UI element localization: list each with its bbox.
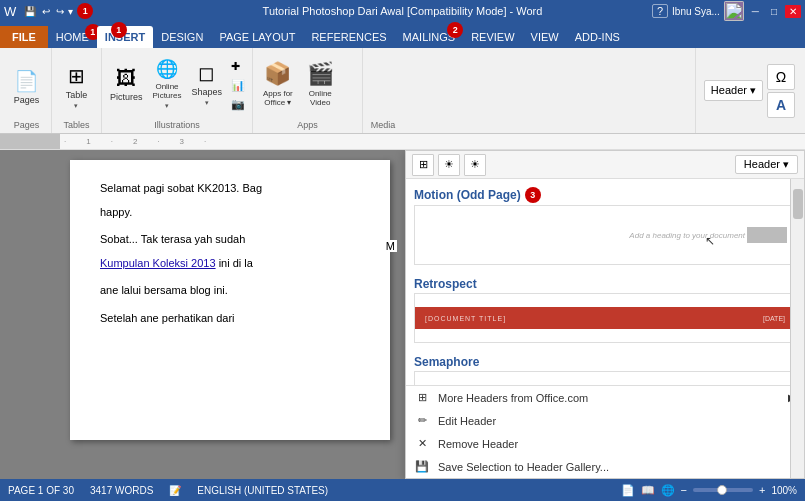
quick-access-toolbar: W 💾 ↩ ↪ ▾ 1: [4, 3, 93, 19]
more-headers-icon: ⊞: [414, 391, 430, 404]
zoom-out-btn[interactable]: −: [681, 484, 687, 496]
doc-para-3: Sobat... Tak terasa yah sudah: [100, 231, 360, 249]
panel-tool-1[interactable]: ⊞: [412, 154, 434, 176]
panel-tool-2[interactable]: ☀: [438, 154, 460, 176]
tab-design[interactable]: DESIGN: [153, 26, 211, 48]
header-label: Header ▾: [711, 84, 756, 97]
user-name: Ibnu Sya...: [672, 6, 720, 17]
remove-header-item[interactable]: ✕ Remove Header: [406, 432, 804, 455]
shapes-button[interactable]: ◻ Shapes ▾: [187, 54, 226, 114]
zoom-slider[interactable]: [693, 488, 753, 492]
pictures-button[interactable]: 🖼 Pictures: [106, 54, 147, 114]
ribbon-group-tables: ⊞ Table ▾ Tables: [52, 48, 102, 133]
illustrations-group-label: Illustrations: [106, 120, 248, 133]
redo-btn[interactable]: ↪: [54, 5, 66, 18]
smartart-button[interactable]: ✚: [228, 58, 248, 75]
badge-mailings: 2: [447, 22, 463, 38]
table-button[interactable]: ⊞ Table ▾: [60, 57, 94, 117]
status-track-icon: 📝: [169, 485, 181, 496]
tab-add-ins[interactable]: ADD-INS: [567, 26, 628, 48]
dropdown-panel: ⊞ ☀ ☀ Header ▾ Motion (Odd Page) 3 Add a…: [405, 150, 805, 479]
panel-scrollbar[interactable]: [790, 179, 804, 478]
status-words: 3417 WORDS: [90, 485, 153, 496]
save-selection-label: Save Selection to Header Gallery...: [438, 461, 609, 473]
doc-para-2: happy.: [100, 204, 360, 222]
doc-para-1: Selamat pagi sobat KK2013. Bag: [100, 180, 360, 198]
word-icon: W: [4, 4, 16, 19]
chart-button[interactable]: 📊: [228, 77, 248, 94]
help-btn[interactable]: ?: [652, 4, 668, 18]
more-headers-item[interactable]: ⊞ More Headers from Office.com ▶: [406, 386, 804, 409]
apps-group-label: Apps: [257, 120, 358, 133]
semaphore-section-label: Semaphore: [414, 351, 796, 371]
online-video-button[interactable]: 🎬 OnlineVideo: [301, 54, 340, 114]
status-bar: PAGE 1 OF 30 3417 WORDS 📝 ENGLISH (UNITE…: [0, 479, 805, 501]
pages-button[interactable]: 📄 Pages: [8, 57, 46, 117]
save-btn[interactable]: 💾: [22, 5, 38, 18]
ribbon: 📄 Pages Pages ⊞ Table ▾ Tables 🖼 Picture…: [0, 48, 805, 134]
tab-insert[interactable]: INSERT 1: [97, 26, 153, 48]
save-selection-icon: 💾: [414, 460, 430, 473]
panel-tool-3[interactable]: ☀: [464, 154, 486, 176]
remove-header-label: Remove Header: [438, 438, 518, 450]
tab-page-layout[interactable]: PAGE LAYOUT: [211, 26, 303, 48]
apps-for-office-button[interactable]: 📦 Apps forOffice ▾: [257, 54, 299, 114]
ribbon-group-illustrations: 🖼 Pictures 🌐 OnlinePictures ▾ ◻ Shapes ▾…: [102, 48, 253, 133]
doc-para-6: Setelah ane perhatikan dari: [100, 310, 360, 328]
retrospect-preview[interactable]: [DOCUMENT TITLE] [DATE]: [414, 293, 796, 343]
tab-mailings[interactable]: MAILINGS 2: [395, 26, 464, 48]
status-language: ENGLISH (UNITED STATES): [197, 485, 328, 496]
omega-btn[interactable]: Ω: [767, 64, 795, 90]
badge-1: 1: [77, 3, 93, 19]
doc-para-5: ane lalui bersama blog ini.: [100, 282, 360, 300]
title-bar: W 💾 ↩ ↪ ▾ 1 Tutorial Photoshop Dari Awal…: [0, 0, 805, 22]
semaphore-preview[interactable]: [Author Name] [DOCUMENT TITLE]: [414, 371, 796, 385]
maximize-btn[interactable]: □: [767, 5, 781, 18]
customize-btn[interactable]: ▾: [68, 6, 73, 17]
view-web-btn[interactable]: 🌐: [661, 484, 675, 497]
panel-menu: ⊞ More Headers from Office.com ▶ ✏ Edit …: [406, 385, 804, 478]
badge-3: 3: [525, 187, 541, 203]
tables-group-label: Tables: [56, 120, 97, 133]
screenshot-button[interactable]: 📷: [228, 96, 248, 113]
retrospect-section-label: Retrospect: [414, 273, 796, 293]
pages-group-label: Pages: [6, 120, 47, 133]
doc-para-4: Kumpulan Koleksi 2013 ini di la: [100, 255, 360, 273]
tab-home[interactable]: HOME 1: [48, 26, 97, 48]
ribbon-group-apps: 📦 Apps forOffice ▾ 🎬 OnlineVideo Apps: [253, 48, 363, 133]
status-page: PAGE 1 OF 30: [8, 485, 74, 496]
title-bar-title: Tutorial Photoshop Dari Awal [Compatibil…: [263, 5, 543, 17]
save-selection-item[interactable]: 💾 Save Selection to Header Gallery...: [406, 455, 804, 478]
tab-view[interactable]: VIEW: [523, 26, 567, 48]
motion-preview[interactable]: Add a heading to your document ↖: [414, 205, 796, 265]
header-dropdown-btn[interactable]: Header ▾: [704, 80, 763, 101]
remove-header-icon: ✕: [414, 437, 430, 450]
edit-header-icon: ✏: [414, 414, 430, 427]
tab-file[interactable]: FILE: [0, 26, 48, 48]
panel-scroll-area[interactable]: Motion (Odd Page) 3 Add a heading to you…: [406, 179, 804, 385]
zoom-level: 100%: [771, 485, 797, 496]
motion-section-label: Motion (Odd Page) 3: [414, 183, 796, 205]
online-pictures-button[interactable]: 🌐 OnlinePictures ▾: [149, 54, 186, 114]
minimize-btn[interactable]: ─: [748, 5, 763, 18]
tab-review[interactable]: REVIEW: [463, 26, 522, 48]
zoom-in-btn[interactable]: +: [759, 484, 765, 496]
ruler: ·1·2·3·: [0, 134, 805, 150]
badge-insert: 1: [111, 22, 127, 38]
ribbon-group-media: Media: [363, 48, 403, 133]
ribbon-tabs: FILE HOME 1 INSERT 1 DESIGN PAGE LAYOUT …: [0, 22, 805, 48]
panel-header-btn[interactable]: Header ▾: [735, 155, 798, 174]
close-btn[interactable]: ✕: [785, 5, 801, 18]
ribbon-group-pages: 📄 Pages Pages: [2, 48, 52, 133]
main-area: Selamat pagi sobat KK2013. Bag happy. So…: [0, 150, 805, 479]
view-read-btn[interactable]: 📖: [641, 484, 655, 497]
tab-references[interactable]: REFERENCES: [303, 26, 394, 48]
edit-header-item[interactable]: ✏ Edit Header: [406, 409, 804, 432]
a-btn[interactable]: A: [767, 92, 795, 118]
view-print-btn[interactable]: 📄: [621, 484, 635, 497]
undo-btn[interactable]: ↩: [40, 5, 52, 18]
panel-toolbar: ⊞ ☀ ☀ Header ▾: [406, 151, 804, 179]
edit-header-label: Edit Header: [438, 415, 496, 427]
doc-link[interactable]: Kumpulan Koleksi 2013: [100, 257, 216, 269]
user-avatar: [724, 1, 744, 21]
